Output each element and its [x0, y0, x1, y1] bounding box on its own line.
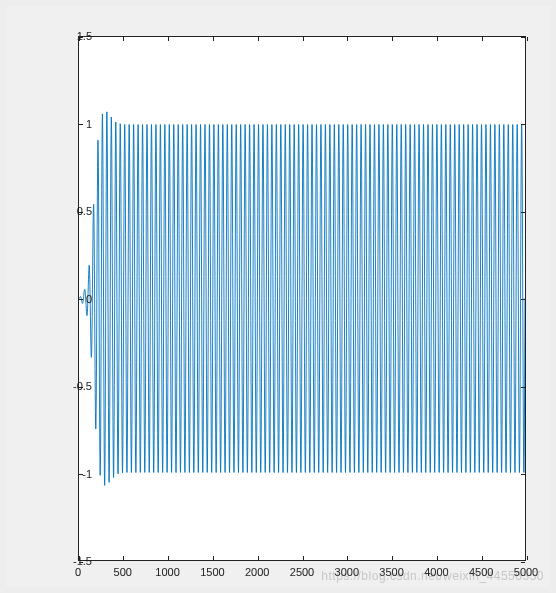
y-tick-label: -1 — [82, 468, 92, 480]
x-tick-label: 3000 — [335, 566, 359, 578]
chart-axes — [78, 36, 526, 561]
y-tick-label: 1.5 — [77, 30, 92, 42]
x-tick-label: 5000 — [514, 566, 538, 578]
x-tick-label: 1000 — [155, 566, 179, 578]
x-tick-label: 3500 — [379, 566, 403, 578]
y-tick-label: 0.5 — [77, 205, 92, 217]
x-tick-label: 0 — [75, 566, 81, 578]
figure-window: 1.5 1 0.5 0 -0.5 -1 -1.5 0 500 1000 1500… — [6, 6, 550, 587]
x-tick-label: 2500 — [290, 566, 314, 578]
line-series — [79, 37, 525, 560]
x-tick-label: 1500 — [200, 566, 224, 578]
x-tick-label: 4500 — [469, 566, 493, 578]
x-tick-label: 500 — [114, 566, 132, 578]
x-tick-label: 2000 — [245, 566, 269, 578]
x-tick-label: 4000 — [424, 566, 448, 578]
y-tick-label: 1 — [86, 118, 92, 130]
y-tick-label: -0.5 — [73, 380, 92, 392]
y-tick-label: 0 — [86, 293, 92, 305]
